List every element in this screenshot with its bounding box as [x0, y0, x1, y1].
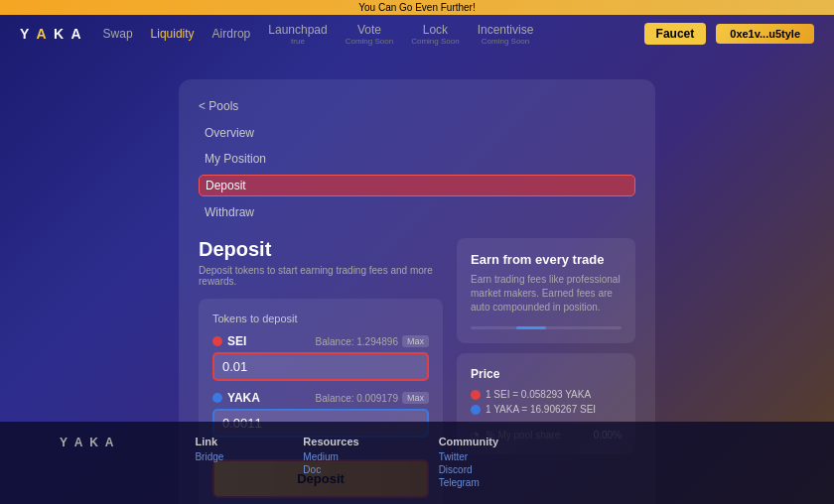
sei-balance-area: Balance: 1.294896 Max	[316, 335, 429, 347]
nav-liquidity[interactable]: Liquidity	[151, 27, 195, 41]
logo: Y A K A	[20, 26, 83, 42]
footer-bridge-link[interactable]: Bridge	[195, 451, 223, 462]
nav-vote[interactable]: Vote Coming Soon	[346, 23, 393, 46]
earn-title: Earn from every trade	[471, 252, 622, 267]
sei-input-wrapper	[212, 352, 429, 381]
nav-items: Swap Liquidity Airdrop Launchpad true Vo…	[103, 23, 644, 46]
footer: Y A K A Link Bridge Resources Medium Doc…	[0, 422, 834, 504]
footer-col-link: Link Bridge	[195, 436, 223, 464]
yaka-balance: Balance: 0.009179	[316, 393, 398, 404]
nav-lock[interactable]: Lock Coming Soon	[411, 23, 459, 46]
nav-right: Faucet 0xe1v...u5tyle	[644, 23, 814, 45]
token-yaka-info-row: YAKA Balance: 0.009179 Max	[212, 391, 429, 405]
sidebar-item-withdraw[interactable]: Withdraw	[199, 202, 635, 222]
token-row-sei: SEI Balance: 1.294896 Max	[212, 334, 429, 381]
sei-dot-icon	[212, 336, 222, 346]
sei-max-button[interactable]: Max	[402, 335, 429, 347]
main-content: < Pools Overview My Position Deposit Wit…	[0, 60, 834, 444]
footer-discord-link[interactable]: Discord	[439, 464, 499, 475]
side-nav: Overview My Position Deposit Withdraw	[199, 123, 635, 222]
earn-progress-bar	[471, 326, 622, 329]
footer-twitter-link[interactable]: Twitter	[439, 451, 499, 462]
footer-col-community: Community Twitter Discord Telegram	[439, 436, 499, 490]
earn-description: Earn trading fees like professional mark…	[471, 273, 622, 315]
announcement-text: You Can Go Even Further!	[358, 2, 475, 13]
token-sei-name-area: SEI	[212, 334, 246, 348]
footer-logo: Y A K A	[60, 436, 115, 449]
yaka-price-dot	[471, 405, 481, 415]
yaka-dot-icon	[212, 393, 222, 403]
footer-community-title: Community	[439, 436, 499, 447]
sei-amount-input[interactable]	[212, 352, 429, 381]
logo-area: Y A K A	[20, 26, 83, 42]
footer-resources-title: Resources	[303, 436, 358, 447]
price-row-1: 1 SEI = 0.058293 YAKA	[471, 389, 622, 400]
yaka-symbol: YAKA	[227, 391, 260, 405]
earn-card: Earn from every trade Earn trading fees …	[457, 238, 635, 343]
sidebar-item-overview[interactable]: Overview	[199, 123, 635, 143]
deposit-title: Deposit	[199, 238, 443, 261]
sei-balance: Balance: 1.294896	[316, 336, 398, 347]
sidebar-item-my-position[interactable]: My Position	[199, 149, 635, 169]
header: Y A K A Swap Liquidity Airdrop Launchpad…	[0, 14, 834, 54]
token-sei-info-row: SEI Balance: 1.294896 Max	[212, 334, 429, 348]
nav-incentivise[interactable]: Incentivise Coming Soon	[478, 23, 534, 46]
sei-price-dot	[471, 390, 481, 400]
sidebar-item-deposit[interactable]: Deposit	[199, 175, 635, 196]
nav-swap[interactable]: Swap	[103, 27, 133, 41]
footer-telegram-link[interactable]: Telegram	[439, 477, 499, 488]
footer-col-resources: Resources Medium Doc	[303, 436, 358, 477]
faucet-button[interactable]: Faucet	[644, 23, 707, 45]
footer-doc-link[interactable]: Doc	[303, 464, 358, 475]
price-title: Price	[471, 367, 622, 381]
deposit-subtitle: Deposit tokens to start earning trading …	[199, 265, 443, 287]
footer-medium-link[interactable]: Medium	[303, 451, 358, 462]
earn-progress-fill	[516, 326, 546, 329]
yaka-max-button[interactable]: Max	[402, 392, 429, 404]
announcement-bar: You Can Go Even Further!	[0, 0, 834, 15]
nav-launchpad[interactable]: Launchpad true	[268, 23, 327, 46]
price-1-text: 1 SEI = 0.058293 YAKA	[486, 389, 591, 400]
price-2-text: 1 YAKA = 16.906267 SEI	[486, 404, 596, 415]
sei-symbol: SEI	[227, 334, 246, 348]
yaka-balance-area: Balance: 0.009179 Max	[316, 392, 429, 404]
tokens-to-deposit-label: Tokens to deposit	[212, 313, 429, 324]
price-row-2: 1 YAKA = 16.906267 SEI	[471, 404, 622, 415]
footer-link-title: Link	[195, 436, 223, 447]
nav-airdrop[interactable]: Airdrop	[212, 27, 251, 41]
pools-back-link[interactable]: < Pools	[199, 99, 635, 113]
connect-wallet-button[interactable]: 0xe1v...u5tyle	[716, 24, 814, 44]
token-yaka-name-area: YAKA	[212, 391, 260, 405]
